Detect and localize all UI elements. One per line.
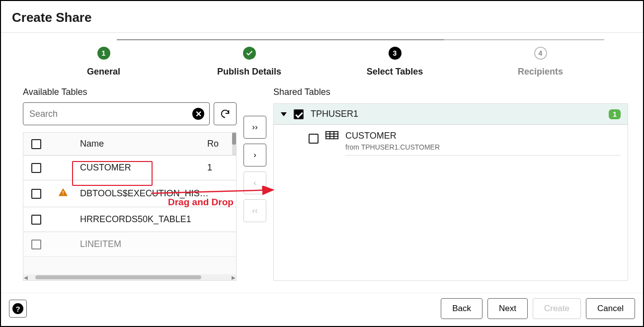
available-tables-panel: Available Tables ✕ Name Ro	[23, 87, 237, 281]
step-recipients[interactable]: 4 Recipients	[468, 47, 613, 77]
search-box[interactable]: ✕	[23, 102, 210, 125]
row-name: LINEITEM	[80, 239, 207, 249]
dialog-title: Create Share	[1, 1, 643, 33]
check-icon	[245, 49, 253, 57]
dialog-footer: ? Back Next Create Cancel	[1, 293, 643, 326]
move-all-right-button[interactable]: ››	[243, 116, 266, 139]
step-select-tables[interactable]: 3 Select Tables	[322, 47, 468, 77]
move-right-button[interactable]: ›	[243, 144, 266, 166]
move-left-button[interactable]: ‹	[243, 171, 266, 194]
group-count-badge: 1	[609, 109, 621, 119]
transfer-controls: ›› › ‹ ‹‹	[242, 87, 268, 281]
row-name: HRRECORDS50K_TABLE1	[80, 214, 207, 225]
refresh-button[interactable]	[214, 102, 237, 125]
row-rows-value: 1	[207, 163, 232, 173]
dialog-body: Available Tables ✕ Name Ro	[1, 82, 643, 281]
select-all-checkbox[interactable]	[31, 139, 41, 149]
shared-tables-title: Shared Tables	[273, 87, 628, 97]
table-icon	[325, 131, 338, 142]
horizontal-scrollbar[interactable]: ◀▶	[23, 274, 236, 280]
step-connector	[117, 39, 284, 40]
search-input[interactable]	[28, 108, 192, 120]
shared-tables-panel: Shared Tables TPHUSER1 1 CUSTOMER from T…	[273, 87, 628, 281]
row-checkbox[interactable]	[31, 189, 41, 199]
refresh-icon	[220, 108, 231, 119]
step-label: General	[87, 67, 120, 77]
stepper: 1 General Publish Details 3 Select Table…	[1, 33, 643, 82]
step-label: Publish Details	[217, 67, 281, 77]
collapse-icon[interactable]	[281, 112, 287, 116]
row-checkbox[interactable]	[31, 215, 41, 225]
help-button[interactable]: ?	[9, 300, 27, 318]
step-indicator	[243, 47, 256, 60]
column-name[interactable]: Name	[80, 139, 207, 149]
table-row[interactable]: HRRECORDS50K_TABLE1	[23, 207, 236, 232]
column-rows[interactable]: Ro	[207, 139, 232, 149]
warning-icon	[58, 187, 80, 200]
shared-item-row[interactable]: CUSTOMER from TPHUSER1.CUSTOMER	[274, 125, 628, 159]
drag-drop-label: Drag and Drop	[168, 197, 234, 208]
vertical-scrollbar[interactable]	[232, 133, 236, 155]
back-button[interactable]: Back	[441, 298, 483, 319]
row-checkbox[interactable]	[31, 163, 41, 173]
step-indicator: 4	[534, 47, 547, 60]
clear-search-icon[interactable]: ✕	[192, 108, 204, 120]
help-icon: ?	[12, 303, 23, 314]
step-label: Recipients	[518, 67, 563, 77]
step-indicator: 3	[389, 47, 402, 60]
shared-group-name: TPHUSER1	[311, 109, 602, 119]
shared-group-row[interactable]: TPHUSER1 1	[274, 104, 628, 125]
next-button[interactable]: Next	[487, 298, 528, 319]
step-general[interactable]: 1 General	[31, 47, 176, 77]
step-publish-details[interactable]: Publish Details	[176, 47, 322, 77]
create-button[interactable]: Create	[533, 298, 581, 319]
step-indicator: 1	[97, 47, 110, 60]
table-header: Name Ro	[23, 133, 236, 156]
row-checkbox[interactable]	[31, 240, 41, 249]
step-connector	[444, 39, 604, 40]
shared-item-name: CUSTOMER	[345, 131, 621, 141]
table-row[interactable]: CUSTOMER 1	[23, 156, 236, 180]
shared-item-source: from TPHUSER1.CUSTOMER	[345, 143, 621, 151]
row-name: CUSTOMER	[80, 163, 207, 173]
svg-rect-0	[326, 132, 338, 139]
table-row[interactable]: LINEITEM	[23, 232, 236, 257]
item-checkbox[interactable]	[309, 134, 319, 144]
group-checkbox[interactable]	[294, 109, 304, 119]
step-connector	[283, 39, 444, 40]
available-tables-title: Available Tables	[23, 87, 237, 97]
move-all-left-button[interactable]: ‹‹	[243, 199, 266, 222]
create-share-dialog: Create Share 1 General Publish Details 3…	[0, 0, 644, 327]
step-label: Select Tables	[367, 67, 423, 77]
cancel-button[interactable]: Cancel	[586, 298, 635, 319]
shared-tables-tree: TPHUSER1 1 CUSTOMER from TPHUSER1.CUSTOM…	[273, 103, 628, 281]
